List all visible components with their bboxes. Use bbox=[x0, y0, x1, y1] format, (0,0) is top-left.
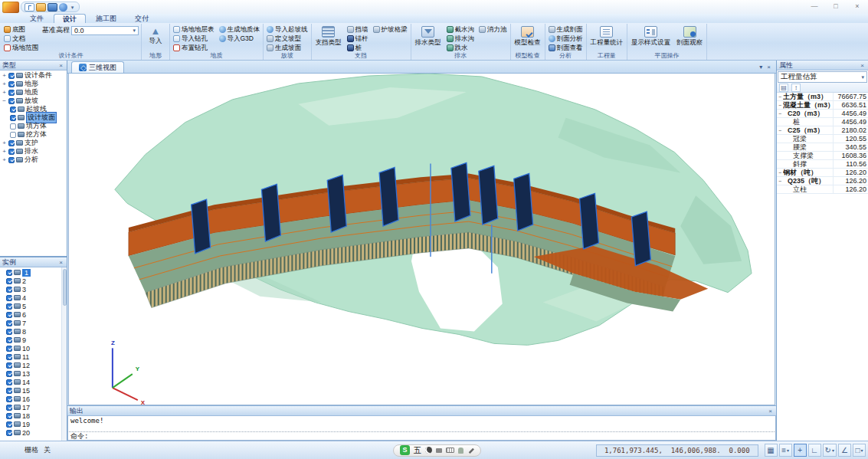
viewport-3d[interactable]: Z X Y bbox=[68, 74, 775, 405]
instance-item[interactable]: 3 bbox=[0, 285, 67, 293]
layer-display-button[interactable]: ≡▾ bbox=[779, 444, 792, 457]
checkbox-checked[interactable] bbox=[6, 413, 12, 419]
checkbox-checked[interactable] bbox=[6, 346, 12, 352]
about-icon[interactable] bbox=[59, 3, 67, 11]
checkbox-checked[interactable] bbox=[8, 98, 15, 104]
properties-mode-select[interactable]: 工程量估算 ▾ bbox=[778, 71, 867, 83]
command-line[interactable]: 命令: bbox=[67, 431, 776, 441]
save-file-icon[interactable] bbox=[47, 3, 57, 11]
minimize-button[interactable]: — bbox=[804, 1, 825, 13]
view-close-icon[interactable]: × bbox=[767, 64, 771, 70]
import-slope-line-button[interactable]: 导入起坡线 bbox=[266, 25, 309, 34]
ime-brand-icon[interactable]: S bbox=[400, 445, 410, 455]
section-view-button[interactable]: 剖面查看 bbox=[548, 44, 584, 52]
grid-toggle-label[interactable]: 栅格 bbox=[25, 445, 38, 455]
instance-item[interactable]: 13 bbox=[0, 369, 67, 378]
instance-item[interactable]: 14 bbox=[0, 378, 67, 386]
site-extent-button[interactable]: 场地范围 bbox=[3, 44, 39, 52]
instance-item[interactable]: 20 bbox=[0, 428, 67, 437]
output-panel-close-icon[interactable]: × bbox=[767, 408, 774, 415]
ime-punctuation-icon[interactable] bbox=[436, 448, 442, 453]
import-g3d-button[interactable]: 导入G3D bbox=[218, 34, 261, 43]
properties-panel-close-icon[interactable]: × bbox=[859, 62, 866, 69]
instance-item[interactable]: 11 bbox=[0, 352, 67, 361]
checkbox-unchecked[interactable] bbox=[10, 123, 16, 130]
checkbox-checked[interactable] bbox=[8, 81, 15, 87]
grid-snap-button[interactable]: ▦ bbox=[765, 444, 778, 457]
checkbox-checked[interactable] bbox=[6, 421, 12, 428]
sort-order-button[interactable]: ↕ bbox=[791, 84, 801, 92]
angle-snap-button[interactable]: ∠ bbox=[838, 444, 851, 457]
checkbox-checked[interactable] bbox=[6, 312, 12, 318]
instance-item[interactable]: 16 bbox=[0, 395, 67, 403]
checkbox-checked[interactable] bbox=[8, 149, 15, 155]
grid-beam-button[interactable]: 护坡格梁 bbox=[372, 25, 408, 34]
model-check-button[interactable]: 模型检查 bbox=[513, 25, 542, 48]
define-slope-type-button[interactable]: 定义坡型 bbox=[266, 34, 309, 43]
checkbox-checked[interactable] bbox=[8, 140, 15, 146]
checkbox-checked[interactable] bbox=[6, 371, 12, 377]
pile-button[interactable]: 桩 bbox=[346, 44, 369, 52]
checkbox-checked[interactable] bbox=[6, 430, 12, 436]
checkbox-checked[interactable] bbox=[8, 73, 15, 79]
base-map-button[interactable]: 底图 bbox=[3, 25, 39, 34]
drainage-ditch-button[interactable]: 排水沟 bbox=[446, 34, 476, 43]
stilling-basin-button[interactable]: 消力池 bbox=[478, 25, 508, 34]
instance-panel-close-icon[interactable]: × bbox=[57, 259, 64, 266]
checkbox-checked[interactable] bbox=[10, 107, 16, 113]
instance-item[interactable]: 6 bbox=[0, 310, 67, 319]
open-file-icon[interactable] bbox=[36, 3, 46, 11]
checkbox-checked[interactable] bbox=[6, 396, 12, 402]
type-panel-close-icon[interactable]: × bbox=[57, 62, 64, 69]
layout-borehole-button[interactable]: 布置钻孔 bbox=[172, 44, 215, 52]
checkbox-checked[interactable] bbox=[6, 362, 12, 369]
generate-geobody-button[interactable]: 生成地质体 bbox=[218, 25, 261, 34]
grid-toggle-state[interactable]: 关 bbox=[44, 445, 51, 455]
datum-dropdown-icon[interactable]: ▾ bbox=[133, 28, 136, 34]
instance-item[interactable]: 12 bbox=[0, 361, 67, 369]
instance-item[interactable]: 15 bbox=[0, 386, 67, 395]
tab-construction-drawing[interactable]: 施工图 bbox=[87, 14, 125, 23]
instance-item[interactable]: 5 bbox=[0, 302, 67, 310]
tab-delivery[interactable]: 交付 bbox=[126, 14, 157, 23]
instance-item[interactable]: 9 bbox=[0, 336, 67, 344]
section-analysis-button[interactable]: 剖面分析 bbox=[548, 34, 584, 43]
tab-design[interactable]: 设计 bbox=[54, 14, 86, 23]
checkbox-checked[interactable] bbox=[6, 295, 12, 301]
generate-slope-surface-button[interactable]: 生成坡面 bbox=[266, 44, 309, 52]
ime-fullhalf-icon[interactable] bbox=[425, 447, 432, 454]
instance-item[interactable]: 18 bbox=[0, 411, 67, 420]
checkbox-checked[interactable] bbox=[6, 405, 12, 411]
ortho-button[interactable]: ∟ bbox=[808, 444, 821, 457]
section-observe-button[interactable]: 剖面观察 bbox=[675, 25, 704, 48]
checkbox-checked[interactable] bbox=[6, 354, 12, 360]
datum-elevation-combo[interactable]: 0.0▾ bbox=[71, 26, 139, 35]
retaining-wall-button[interactable]: 挡墙 bbox=[346, 25, 369, 34]
checkbox-checked[interactable] bbox=[6, 303, 12, 310]
import-borehole-button[interactable]: 导入钻孔 bbox=[172, 34, 215, 43]
close-button[interactable]: × bbox=[847, 1, 868, 13]
instance-item[interactable]: 17 bbox=[0, 403, 67, 411]
checkbox-checked[interactable] bbox=[6, 320, 12, 326]
checkbox-unchecked[interactable] bbox=[10, 132, 16, 138]
rotate-snap-button[interactable]: ↻▾ bbox=[823, 444, 837, 457]
checkbox-checked[interactable] bbox=[6, 379, 12, 385]
instance-item[interactable]: 19 bbox=[0, 420, 67, 428]
instance-item[interactable]: 10 bbox=[0, 344, 67, 352]
checkbox-checked[interactable] bbox=[6, 337, 12, 343]
anchor-rod-button[interactable]: 锚杆 bbox=[346, 34, 369, 43]
generate-section-button[interactable]: 生成剖面 bbox=[548, 25, 584, 34]
drop-water-button[interactable]: 跌水 bbox=[446, 44, 476, 52]
checkbox-checked[interactable] bbox=[6, 278, 12, 284]
tab-file[interactable]: 文件 bbox=[21, 14, 52, 23]
instance-item[interactable]: 2 bbox=[0, 277, 67, 285]
table-row[interactable]: 立柱126.20 bbox=[777, 185, 868, 194]
checkbox-checked[interactable] bbox=[8, 157, 15, 163]
ime-mode-icon[interactable]: 五 bbox=[414, 445, 421, 456]
instance-item[interactable]: 4 bbox=[0, 293, 67, 302]
scrollbar-thumb[interactable] bbox=[63, 269, 67, 306]
object-snap-button[interactable]: □▾ bbox=[853, 444, 866, 457]
instance-scrollbar[interactable] bbox=[61, 267, 67, 441]
instance-item[interactable]: 7 bbox=[0, 319, 67, 327]
maximize-button[interactable]: □ bbox=[825, 1, 847, 13]
